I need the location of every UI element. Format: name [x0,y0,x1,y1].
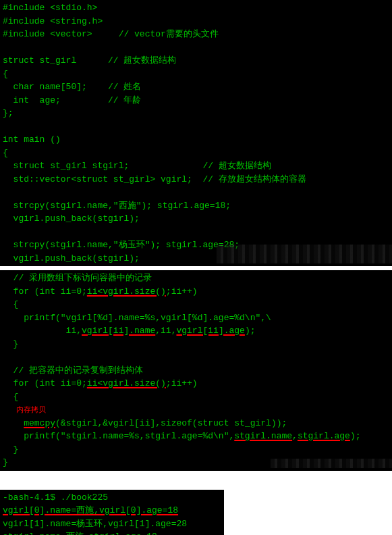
code-line: char name[50]; // 姓名 [3,82,141,92]
code-line: struct st_girl stgirl; // 超女数据结构 [3,161,271,171]
code-line: std::vector<struct st_girl> vgirl; // 存放… [3,174,306,184]
highlight: ii<vgirl.size() [87,286,166,297]
code-line: // 采用数组下标访问容器中的记录 [3,273,152,283]
highlight: vgirl[ii].name [82,326,155,336]
code-line: strcpy(stgirl.name,"西施"); stgirl.age=18; [3,201,231,211]
code-line: ii,vgirl[ii].name,ii,vgirl[ii].age); [3,326,256,336]
code-line: #include <string.h> [3,16,103,26]
code-line: #include <stdio.h> [3,3,97,13]
code-line: { [3,392,18,402]
noise-bar [271,459,392,468]
noise-bar [217,245,392,254]
code-line: // 把容器中的记录复制到结构体 [3,365,143,376]
code-line: #include <vector> // vector需要的头文件 [3,29,219,39]
code-line: int age; // 年龄 [3,95,141,105]
output-line: vgirl[1].name=杨玉环,vgirl[1].age=28 [3,519,187,529]
code-line: }; [3,108,13,118]
code-line: strcpy(stgirl.name,"杨玉环"); stgirl.age=28… [3,240,240,250]
noise-bar [217,254,392,263]
highlight: ii<vgirl.size() [87,378,166,388]
code-line: { [3,69,8,79]
code-line: printf("vgirl[%d].name=%s,vgirl[%d].age=… [3,313,271,323]
highlight: memcpy [24,418,55,428]
code-block-1: #include <stdio.h> #include <string.h> #… [0,0,392,266]
annotation-memcpy: 内存拷贝 [3,406,46,414]
code-line: struct st_girl // 超女数据结构 [3,55,176,66]
code-line: vgirl.push_back(stgirl); [3,213,140,224]
code-block-2: // 采用数组下标访问容器中的记录 for (int ii=0;ii<vgirl… [0,270,392,471]
code-line: for (int ii=0;ii<vgirl.size();ii++) [3,378,198,388]
highlight: stgirl.age [298,431,350,441]
highlight: stgirl.name [234,431,292,441]
output-line: stgirl.name=西施,stgirl.age=18 [3,532,157,535]
code-line: int main () [3,134,61,145]
code-line: memcpy(&stgirl,&vgirl[ii],sizeof(struct … [3,418,287,428]
output-line: -bash-4.1$ ./book225 [3,492,108,503]
terminal-output: -bash-4.1$ ./book225 vgirl[0].name=西施,vg… [0,490,224,536]
code-line: } [3,444,18,455]
highlight: vgirl[ii].age [176,326,244,336]
code-line: printf("stgirl.name=%s,stgirl.age=%d\n",… [3,431,361,441]
code-line: } [3,457,8,467]
code-line: for (int ii=0;ii<vgirl.size();ii++) [3,286,198,297]
output-line: vgirl[0].name=西施,vgirl[0].age=18 [3,505,178,515]
code-line: { [3,299,18,309]
code-line: vgirl.push_back(stgirl); [3,253,140,263]
code-line: { [3,148,8,158]
code-line: } [3,339,18,349]
